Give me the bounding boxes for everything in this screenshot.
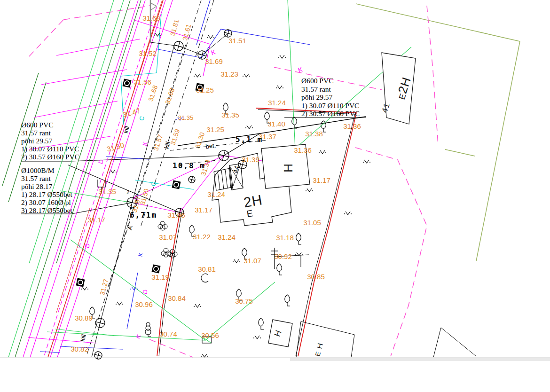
dot xyxy=(137,289,138,290)
dot xyxy=(306,190,306,191)
building-label: 2H xyxy=(242,192,263,211)
dot xyxy=(176,119,177,120)
dot xyxy=(312,190,313,191)
dot xyxy=(160,35,161,36)
spot-elevation-label: 31.05 xyxy=(303,219,321,227)
dot xyxy=(122,304,123,305)
dimension-label: 6,71m xyxy=(130,211,157,220)
dot xyxy=(276,87,277,88)
spot-elevation-label: 31.69 xyxy=(205,57,223,65)
cad-viewport[interactable]: 31.6831.5131.5231.6931.2331.5631.2531.24… xyxy=(0,0,550,392)
annotation-right-line: põhi 29.57 xyxy=(301,93,333,101)
spot-elevation-label: 31.40 xyxy=(267,120,285,128)
annotation-left-bottom-line: 1) 28.17 Ø550bet xyxy=(21,190,73,199)
spot-elevation-label: 31.68 xyxy=(142,14,160,22)
spot-elevation-label: 30.56 xyxy=(201,331,219,339)
dot xyxy=(278,57,279,58)
dot xyxy=(116,304,117,305)
manhole-square-icon xyxy=(172,180,181,189)
manhole-square xyxy=(172,180,181,189)
annotation-left-top-line: Ø600 PVC xyxy=(21,121,53,129)
manhole-square xyxy=(123,79,132,88)
spot-elevation-label: 31.24 xyxy=(268,99,286,107)
dot xyxy=(319,152,320,153)
dot xyxy=(245,127,246,128)
annotation-left-top-line: põhi 29.57 xyxy=(21,137,53,145)
dot xyxy=(285,57,286,58)
dot xyxy=(194,76,195,77)
annotation-left-top-line: 2) 30.57 Ø160 PVC xyxy=(21,153,79,161)
dot xyxy=(325,152,326,153)
annotation-left-bottom-line: põhi 28.17 xyxy=(21,182,53,190)
dot xyxy=(130,289,131,290)
dot xyxy=(194,306,195,307)
dot xyxy=(233,261,234,262)
dot xyxy=(260,337,261,338)
spot-elevation-label: 30.89 xyxy=(75,314,93,322)
dot xyxy=(369,162,370,163)
dot xyxy=(252,127,253,128)
dot xyxy=(239,261,240,262)
dimension-label: 5,1 m xyxy=(236,135,263,144)
spot-elevation-label: bet. xyxy=(205,142,217,150)
dot xyxy=(344,213,345,214)
manhole-square-icon xyxy=(123,79,132,88)
dot xyxy=(243,76,244,77)
annotation-left-bottom-line: Ø1000B/M xyxy=(21,166,55,174)
spot-elevation-label: 30.96 xyxy=(135,300,153,308)
manhole-square xyxy=(76,278,85,287)
spot-elevation-label: 2 xyxy=(126,190,129,195)
dot xyxy=(87,289,88,290)
dot xyxy=(351,213,352,214)
spot-elevation-label: 31.39 xyxy=(242,156,259,164)
annotation-right-line: 2) 30.57 Ø160 PVC xyxy=(301,110,360,118)
spot-elevation-label: 31.36 xyxy=(294,146,312,154)
spot-elevation-label: 31.56 xyxy=(134,78,151,86)
manhole-square xyxy=(152,265,161,274)
dot xyxy=(207,37,208,38)
spot-elevation-label: 31.18 xyxy=(276,234,294,242)
annotation-right-line: 1) 30.07 Ø110 PVC xyxy=(301,102,359,110)
spot-elevation-label: 3 xyxy=(135,192,138,197)
site-plan-svg[interactable]: 31.6831.5131.5231.6931.2331.5631.2531.24… xyxy=(0,0,550,392)
spot-elevation-label: 31.52 xyxy=(139,49,157,57)
horizontal-scrollbar[interactable] xyxy=(290,358,550,361)
spot-elevation-label: 30.74 xyxy=(159,330,177,338)
spot-elevation-label: 31.35 xyxy=(221,111,239,119)
spot-elevation-label: 31.51 xyxy=(228,37,246,45)
manhole-square-icon xyxy=(76,278,85,287)
annotation-left-bottom-line: 3) 28.17 Ø550bet xyxy=(21,206,73,215)
spot-elevation-label: 31.19 xyxy=(151,273,169,281)
spot-elevation-label: 31.36 xyxy=(343,122,361,130)
dot xyxy=(295,254,296,255)
spot-elevation-label: 1 xyxy=(130,204,133,210)
spot-elevation-label: 30.82 xyxy=(71,345,88,353)
spot-elevation-label: 30.92 xyxy=(274,252,292,260)
spot-elevation-label: 30.75 xyxy=(235,297,253,305)
spot-elevation-label: 31.35 xyxy=(178,114,194,121)
dot xyxy=(302,254,303,255)
spot-elevation-label: 31.24 xyxy=(218,233,236,241)
spot-elevation-label: 31.35 xyxy=(98,188,116,196)
dot xyxy=(249,76,250,77)
annotation-right-line: 31.57 rant xyxy=(301,85,331,93)
dot xyxy=(200,76,201,77)
annotation-left-bottom-line: 2) 30.07 160Ø pl xyxy=(21,198,71,207)
annotation-left-top-line: 1) 30.07 Ø110 PVC xyxy=(21,145,79,153)
spot-elevation-label: 30.84 xyxy=(168,294,186,302)
spot-elevation-label: 30.85 xyxy=(307,273,325,281)
dot xyxy=(207,356,208,357)
spot-elevation-label: 31.22 xyxy=(193,233,211,241)
dot xyxy=(363,162,364,163)
dot xyxy=(253,337,254,338)
spot-elevation-label: 31.25 xyxy=(206,125,224,133)
dot xyxy=(200,306,201,307)
dot xyxy=(81,289,82,290)
spot-elevation-label: 31.25 xyxy=(196,86,214,94)
spot-elevation-label: 30.81 xyxy=(198,265,216,273)
manhole-square-icon xyxy=(152,265,161,274)
spot-elevation-label: 31.07 xyxy=(159,233,177,241)
spot-elevation-label: 31.23 xyxy=(220,70,238,78)
dot xyxy=(213,37,214,38)
spot-elevation-label: 31.17 xyxy=(313,176,330,184)
